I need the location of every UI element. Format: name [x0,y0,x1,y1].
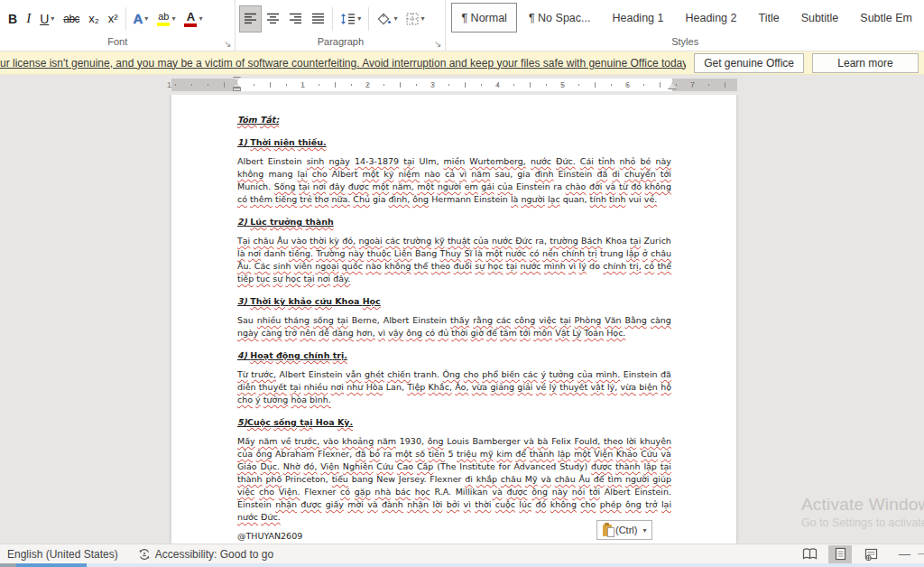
read-mode-button[interactable] [798,545,821,563]
align-left-button[interactable] [239,5,262,33]
clipboard-icon [603,525,612,536]
style-item-heading1[interactable]: Heading 1 [602,3,673,33]
align-center-icon [266,13,280,24]
horizontal-ruler: 11234567 [0,75,924,95]
chevron-down-icon: ▾ [144,14,148,23]
section-heading: 4) Hoạt động chính trị. [237,349,671,362]
ruler-number: 1 [167,79,171,90]
font-color-icon: A [184,11,197,27]
highlight-icon: ab [157,12,170,26]
section-paragraph: Albert Einstein sinh ngày 14-3-1879 tại … [237,155,671,206]
get-genuine-office-button[interactable]: Get genuine Office [694,53,804,73]
justify-icon [311,13,325,24]
section-heading: 1) Thời niên thiếu. [237,136,671,149]
chevron-down-icon: ▾ [171,14,175,23]
borders-grid-icon [406,13,419,25]
ruler-half-ticks [171,82,737,88]
align-center-button[interactable] [262,5,284,33]
chevron-down-icon: ▾ [642,526,646,534]
font-group-label: Font [0,35,235,51]
chevron-down-icon: ▾ [393,14,397,23]
styles-gallery: ¶ Normal¶ No Spac...Heading 1Heading 2Ti… [446,0,924,35]
status-bar: English (United States) Accessibility: G… [0,544,924,563]
justify-button[interactable] [307,5,329,33]
section-paragraph: Tại châu Âu vào thời kỳ đó, ngoài các tr… [237,235,671,285]
view-switcher: — [798,544,924,563]
ruler-number: 5 [560,79,565,90]
style-item-no-spacing[interactable]: ¶ No Spac... [519,3,601,33]
ribbon: B I U ▾ abc x₂ x² A ▾ ab [0,0,924,51]
activate-windows-watermark: Activate Windows [801,495,924,515]
font-dialog-launcher-icon[interactable]: ↘ [224,40,231,49]
chevron-down-icon: ▾ [51,14,54,23]
paragraph-tools: ▾ ▾ ▾ [236,0,445,35]
paragraph-dialog-launcher-icon[interactable]: ↘ [434,40,441,49]
accessibility-label: Accessibility: Good to go [155,548,273,561]
style-item-title[interactable]: Title [748,3,789,33]
align-right-icon [289,13,302,24]
highlight-color-button[interactable]: ab ▾ [152,5,180,33]
section-heading: 5)Cuộc sống tại Hoa Kỳ. [237,416,671,429]
style-item-heading2[interactable]: Heading 2 [675,3,746,33]
style-item-normal[interactable]: ¶ Normal [451,3,516,33]
language-status[interactable]: English (United States) [7,548,118,561]
web-layout-icon [864,548,878,561]
genuine-office-message-bar: ur license isn't genuine, and you may be… [0,51,924,75]
divider [368,7,369,31]
section-paragraph: Từ trước, Albert Einstein vẫn ghét chiến… [237,368,671,406]
paste-options-button[interactable]: (Ctrl) ▾ [596,520,652,540]
ruler-number: 1 [300,79,305,90]
indent-marker-left[interactable] [233,77,241,93]
align-left-icon [244,13,257,24]
document-page[interactable]: Tóm Tắt:1) Thời niên thiếu.Albert Einste… [171,95,736,544]
word-window: B I U ▾ abc x₂ x² A ▾ ab [0,0,924,567]
paint-bucket-icon [376,13,392,25]
document-content: Tóm Tắt:1) Thời niên thiếu.Albert Einste… [171,95,736,543]
divider [125,7,126,31]
subscript-button[interactable]: x₂ [84,5,104,33]
ribbon-group-paragraph: ▾ ▾ ▾ [236,0,446,51]
chevron-down-icon: ▾ [199,14,202,23]
underline-button[interactable]: U ▾ [35,5,59,33]
text-effects-icon: A [134,11,143,26]
bold-button[interactable]: B [4,5,22,33]
ruler-number: 4 [495,79,500,90]
superscript-button[interactable]: x² [104,5,123,33]
shading-button[interactable]: ▾ [372,5,402,33]
italic-button[interactable]: I [22,5,35,33]
section-paragraph: Sau nhiều tháng sống tại Berne, Albert E… [237,314,671,339]
license-warning-link[interactable]: ur license isn't genuine, and you may be… [0,57,686,70]
learn-more-button[interactable]: Learn more [812,53,919,73]
line-spacing-button[interactable]: ▾ [336,5,365,33]
print-layout-button[interactable] [828,545,852,563]
align-right-button[interactable] [284,5,307,33]
section-heading: 2) Lúc trưởng thành [237,216,671,228]
section-heading: 3) Thời kỳ khảo cứu Khoa Học [237,295,671,308]
ribbon-group-font: B I U ▾ abc x₂ x² A ▾ ab [0,0,236,51]
ruler-number: 6 [625,79,630,90]
web-layout-button[interactable] [859,545,882,563]
taskbar-segment [0,563,16,567]
accessibility-icon [138,548,151,561]
accessibility-status[interactable]: Accessibility: Good to go [138,548,273,561]
zoom-slider[interactable] [918,553,924,554]
paste-options-label: (Ctrl) [615,525,637,535]
print-layout-icon [835,547,846,561]
taskbar-edge [0,563,924,567]
line-spacing-icon [340,13,356,25]
paragraph-group-label: Paragraph [236,35,445,51]
font-color-button[interactable]: A ▾ [180,5,207,33]
underline-label: U [40,12,49,26]
ruler-number: 2 [365,79,370,90]
strikethrough-button[interactable]: abc [59,5,84,33]
borders-button[interactable]: ▾ [402,5,429,33]
text-effects-button[interactable]: A ▾ [129,5,153,33]
document-area: Tóm Tắt:1) Thời niên thiếu.Albert Einste… [0,95,924,544]
ruler-number: 3 [430,79,435,90]
style-item-subtle-emphasis[interactable]: Subtle Em [850,3,922,33]
zoom-out-button[interactable]: — [899,547,910,561]
document-title: Tóm Tắt: [237,114,671,126]
style-item-subtitle[interactable]: Subtitle [791,3,849,33]
taskbar-segment [87,563,924,567]
activate-windows-subtext: Go to Settings to activate Windows [801,516,924,529]
